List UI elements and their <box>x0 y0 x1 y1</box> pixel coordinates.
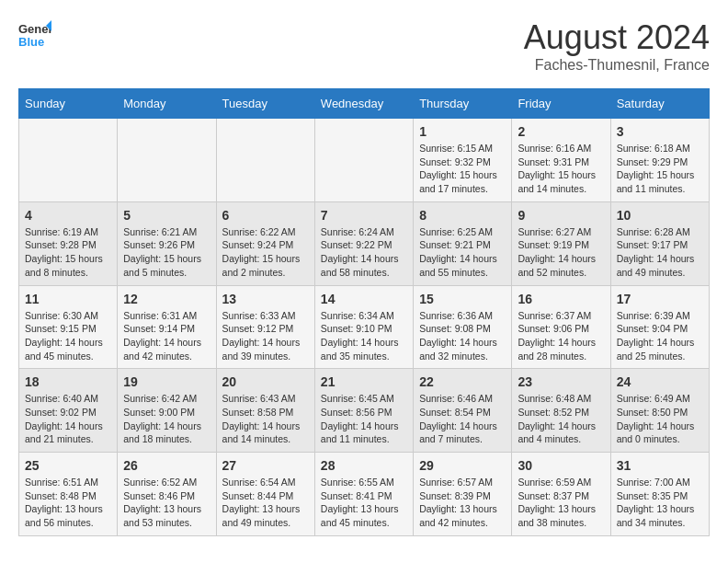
title-area: August 2024 Faches-Thumesnil, France <box>524 18 710 74</box>
weekday-header-tuesday: Tuesday <box>216 89 314 119</box>
day-info: Sunrise: 6:54 AMSunset: 8:44 PMDaylight:… <box>222 476 309 530</box>
day-number: 18 <box>25 374 111 389</box>
day-info: Sunrise: 6:24 AMSunset: 9:22 PMDaylight:… <box>321 225 407 280</box>
calendar-table: SundayMondayTuesdayWednesdayThursdayFrid… <box>18 88 710 536</box>
calendar-cell-w4d2: 27Sunrise: 6:54 AMSunset: 8:44 PMDayligh… <box>216 453 314 536</box>
weekday-header-friday: Friday <box>512 89 610 119</box>
day-info: Sunrise: 6:48 AMSunset: 8:52 PMDaylight:… <box>518 392 604 446</box>
day-number: 4 <box>25 208 111 223</box>
calendar-cell-w2d0: 11Sunrise: 6:30 AMSunset: 9:15 PMDayligh… <box>19 285 118 369</box>
day-info: Sunrise: 6:42 AMSunset: 9:00 PMDaylight:… <box>123 392 210 446</box>
day-info: Sunrise: 6:37 AMSunset: 9:06 PMDaylight:… <box>518 309 604 363</box>
day-number: 26 <box>123 458 210 473</box>
calendar-cell-w0d6: 3Sunrise: 6:18 AMSunset: 9:29 PMDaylight… <box>610 119 709 202</box>
calendar-cell-w2d6: 17Sunrise: 6:39 AMSunset: 9:04 PMDayligh… <box>610 285 709 369</box>
svg-text:Blue: Blue <box>18 35 44 49</box>
day-info: Sunrise: 6:40 AMSunset: 9:02 PMDaylight:… <box>25 392 111 446</box>
day-info: Sunrise: 7:00 AMSunset: 8:35 PMDaylight:… <box>617 476 703 530</box>
calendar-cell-w1d0: 4Sunrise: 6:19 AMSunset: 9:28 PMDaylight… <box>19 201 118 285</box>
day-info: Sunrise: 6:19 AMSunset: 9:28 PMDaylight:… <box>25 225 111 280</box>
calendar-cell-w4d5: 30Sunrise: 6:59 AMSunset: 8:37 PMDayligh… <box>512 453 610 536</box>
calendar-cell-w0d5: 2Sunrise: 6:16 AMSunset: 9:31 PMDaylight… <box>512 119 610 202</box>
calendar-cell-w4d0: 25Sunrise: 6:51 AMSunset: 8:48 PMDayligh… <box>19 453 118 536</box>
calendar-cell-w0d4: 1Sunrise: 6:15 AMSunset: 9:32 PMDaylight… <box>414 119 512 202</box>
calendar-cell-w1d3: 7Sunrise: 6:24 AMSunset: 9:22 PMDaylight… <box>314 201 413 285</box>
week-row-2: 11Sunrise: 6:30 AMSunset: 9:15 PMDayligh… <box>19 285 710 369</box>
day-info: Sunrise: 6:18 AMSunset: 9:29 PMDaylight:… <box>617 142 703 196</box>
day-info: Sunrise: 6:57 AMSunset: 8:39 PMDaylight:… <box>419 476 506 530</box>
calendar-cell-w2d4: 15Sunrise: 6:36 AMSunset: 9:08 PMDayligh… <box>414 285 512 369</box>
svg-text:General: General <box>18 22 51 36</box>
calendar-cell-w0d1 <box>118 119 216 202</box>
calendar-cell-w2d2: 13Sunrise: 6:33 AMSunset: 9:12 PMDayligh… <box>216 285 314 369</box>
calendar-cell-w0d3 <box>314 119 413 202</box>
calendar-cell-w1d6: 10Sunrise: 6:28 AMSunset: 9:17 PMDayligh… <box>610 201 709 285</box>
day-info: Sunrise: 6:27 AMSunset: 9:19 PMDaylight:… <box>518 225 604 280</box>
calendar-cell-w4d1: 26Sunrise: 6:52 AMSunset: 8:46 PMDayligh… <box>118 453 216 536</box>
day-number: 16 <box>518 292 604 306</box>
month-title: August 2024 <box>524 18 710 57</box>
calendar-cell-w2d5: 16Sunrise: 6:37 AMSunset: 9:06 PMDayligh… <box>512 285 610 369</box>
day-info: Sunrise: 6:59 AMSunset: 8:37 PMDaylight:… <box>518 476 604 530</box>
day-number: 8 <box>419 208 506 223</box>
week-row-0: 1Sunrise: 6:15 AMSunset: 9:32 PMDaylight… <box>19 119 710 202</box>
day-info: Sunrise: 6:30 AMSunset: 9:15 PMDaylight:… <box>25 309 111 363</box>
calendar-cell-w4d3: 28Sunrise: 6:55 AMSunset: 8:41 PMDayligh… <box>314 453 413 536</box>
day-info: Sunrise: 6:43 AMSunset: 8:58 PMDaylight:… <box>222 392 309 446</box>
day-info: Sunrise: 6:22 AMSunset: 9:24 PMDaylight:… <box>222 225 309 280</box>
calendar-cell-w3d6: 24Sunrise: 6:49 AMSunset: 8:50 PMDayligh… <box>610 369 709 453</box>
day-number: 21 <box>321 374 407 389</box>
day-number: 31 <box>617 458 703 473</box>
calendar-cell-w1d5: 9Sunrise: 6:27 AMSunset: 9:19 PMDaylight… <box>512 201 610 285</box>
calendar-cell-w3d2: 20Sunrise: 6:43 AMSunset: 8:58 PMDayligh… <box>216 369 314 453</box>
day-number: 7 <box>321 208 407 223</box>
day-number: 17 <box>617 292 703 306</box>
calendar-cell-w1d2: 6Sunrise: 6:22 AMSunset: 9:24 PMDaylight… <box>216 201 314 285</box>
calendar-cell-w1d1: 5Sunrise: 6:21 AMSunset: 9:26 PMDaylight… <box>118 201 216 285</box>
location-title: Faches-Thumesnil, France <box>524 57 710 74</box>
day-info: Sunrise: 6:45 AMSunset: 8:56 PMDaylight:… <box>321 392 407 446</box>
day-info: Sunrise: 6:15 AMSunset: 9:32 PMDaylight:… <box>419 142 506 196</box>
day-number: 10 <box>617 208 703 223</box>
day-info: Sunrise: 6:34 AMSunset: 9:10 PMDaylight:… <box>321 309 407 363</box>
day-number: 27 <box>222 458 309 473</box>
day-number: 24 <box>617 374 703 389</box>
day-info: Sunrise: 6:16 AMSunset: 9:31 PMDaylight:… <box>518 142 604 196</box>
weekday-header-thursday: Thursday <box>414 89 512 119</box>
weekday-header-saturday: Saturday <box>610 89 709 119</box>
day-info: Sunrise: 6:31 AMSunset: 9:14 PMDaylight:… <box>123 309 210 363</box>
day-number: 15 <box>419 292 506 306</box>
day-number: 11 <box>25 292 111 306</box>
day-info: Sunrise: 6:33 AMSunset: 9:12 PMDaylight:… <box>222 309 309 363</box>
day-info: Sunrise: 6:52 AMSunset: 8:46 PMDaylight:… <box>123 476 210 530</box>
day-number: 12 <box>123 292 210 306</box>
day-number: 13 <box>222 292 309 306</box>
day-number: 28 <box>321 458 407 473</box>
day-number: 14 <box>321 292 407 306</box>
day-info: Sunrise: 6:21 AMSunset: 9:26 PMDaylight:… <box>123 225 210 280</box>
day-info: Sunrise: 6:36 AMSunset: 9:08 PMDaylight:… <box>419 309 506 363</box>
calendar-cell-w3d3: 21Sunrise: 6:45 AMSunset: 8:56 PMDayligh… <box>314 369 413 453</box>
weekday-header-wednesday: Wednesday <box>314 89 413 119</box>
calendar-cell-w3d1: 19Sunrise: 6:42 AMSunset: 9:00 PMDayligh… <box>118 369 216 453</box>
day-info: Sunrise: 6:25 AMSunset: 9:21 PMDaylight:… <box>419 225 506 280</box>
day-info: Sunrise: 6:49 AMSunset: 8:50 PMDaylight:… <box>617 392 703 446</box>
week-row-3: 18Sunrise: 6:40 AMSunset: 9:02 PMDayligh… <box>19 369 710 453</box>
calendar-cell-w0d0 <box>19 119 118 202</box>
calendar-cell-w2d1: 12Sunrise: 6:31 AMSunset: 9:14 PMDayligh… <box>118 285 216 369</box>
weekday-header-row: SundayMondayTuesdayWednesdayThursdayFrid… <box>19 89 710 119</box>
day-number: 22 <box>419 374 506 389</box>
calendar-cell-w4d4: 29Sunrise: 6:57 AMSunset: 8:39 PMDayligh… <box>414 453 512 536</box>
weekday-header-monday: Monday <box>118 89 216 119</box>
day-number: 23 <box>518 374 604 389</box>
day-number: 19 <box>123 374 210 389</box>
day-info: Sunrise: 6:39 AMSunset: 9:04 PMDaylight:… <box>617 309 703 363</box>
calendar-cell-w3d5: 23Sunrise: 6:48 AMSunset: 8:52 PMDayligh… <box>512 369 610 453</box>
calendar-cell-w3d0: 18Sunrise: 6:40 AMSunset: 9:02 PMDayligh… <box>19 369 118 453</box>
day-number: 2 <box>518 124 604 139</box>
day-number: 25 <box>25 458 111 473</box>
day-number: 29 <box>419 458 506 473</box>
day-number: 9 <box>518 208 604 223</box>
calendar-cell-w1d4: 8Sunrise: 6:25 AMSunset: 9:21 PMDaylight… <box>414 201 512 285</box>
day-number: 20 <box>222 374 309 389</box>
